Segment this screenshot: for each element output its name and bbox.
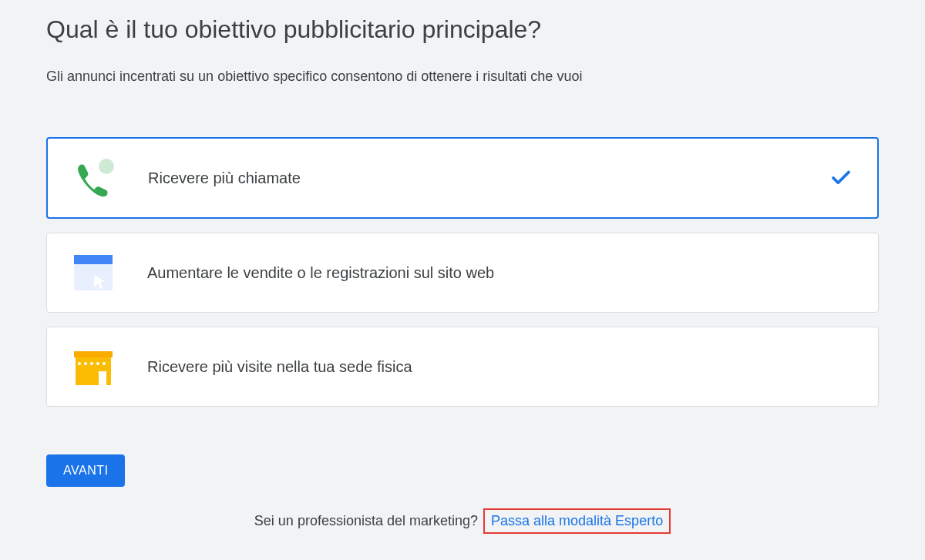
svg-rect-1	[74, 255, 113, 264]
page-title: Qual è il tuo obiettivo pubblicitario pr…	[46, 15, 879, 44]
website-click-icon	[70, 253, 116, 292]
svg-rect-10	[74, 351, 113, 357]
footer-text: Sei un professionista del marketing? Pas…	[46, 508, 879, 534]
highlight-box: Passa alla modalità Esperto	[483, 508, 671, 534]
svg-point-9	[103, 362, 106, 365]
checkmark-icon	[829, 166, 853, 189]
page-subtitle: Gli annunci incentrati su un obiettivo s…	[46, 69, 879, 85]
svg-rect-2	[74, 264, 113, 290]
next-button[interactable]: AVANTI	[46, 454, 125, 487]
option-visits[interactable]: Ricevere più visite nella tua sede fisic…	[46, 327, 879, 407]
svg-point-6	[84, 362, 87, 365]
svg-point-5	[78, 362, 81, 365]
svg-point-8	[96, 362, 99, 365]
footer-question: Sei un professionista del marketing?	[254, 513, 478, 528]
storefront-icon	[70, 347, 116, 386]
svg-point-0	[99, 159, 114, 174]
svg-rect-4	[99, 371, 106, 385]
expert-mode-link[interactable]: Passa alla modalità Esperto	[491, 513, 663, 528]
option-label: Ricevere più chiamate	[148, 169, 829, 187]
option-label: Ricevere più visite nella tua sede fisic…	[147, 358, 853, 376]
option-sales[interactable]: Aumentare le vendite o le registrazioni …	[46, 233, 879, 313]
option-label: Aumentare le vendite o le registrazioni …	[147, 264, 853, 282]
phone-call-icon	[71, 159, 117, 197]
option-calls[interactable]: Ricevere più chiamate	[46, 137, 879, 219]
svg-point-7	[90, 362, 93, 365]
